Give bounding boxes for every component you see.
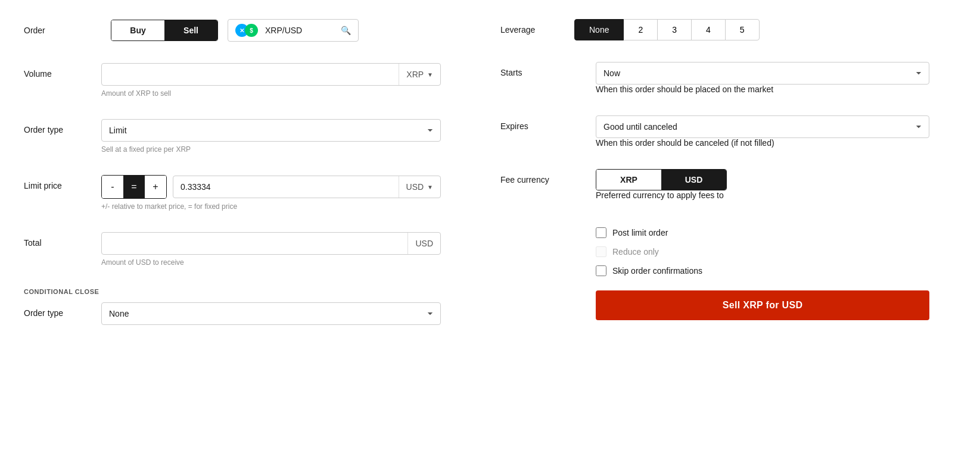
fee-xrp-button[interactable]: XRP: [596, 170, 661, 190]
limit-price-label: Limit price: [24, 175, 101, 190]
limit-price-input-group: - = + USD ▼: [101, 175, 441, 199]
pair-icon: ✕ $: [235, 24, 258, 37]
pair-selector[interactable]: ✕ $ XRP/USD 🔍: [228, 19, 359, 42]
order-type-control: Limit Market Stop Sell at a fixed price …: [101, 119, 441, 154]
volume-label: Volume: [24, 63, 101, 79]
total-label: Total: [24, 232, 101, 248]
conditional-order-type-select[interactable]: None Limit Market: [101, 302, 441, 325]
total-control: USD Amount of USD to receive: [101, 232, 441, 267]
order-type-select[interactable]: Limit Market Stop: [101, 119, 441, 142]
stepper-minus-button[interactable]: -: [102, 176, 123, 198]
volume-input-wrapper: XRP ▼: [101, 63, 441, 86]
stepper-plus-button[interactable]: +: [145, 176, 166, 198]
order-type-row: Order type Limit Market Stop Sell at a f…: [24, 119, 441, 154]
checkboxes-spacer: [500, 221, 596, 227]
total-input-wrapper: USD: [101, 232, 441, 255]
starts-hint: When this order should be placed on the …: [596, 85, 929, 94]
leverage-row: Leverage None 2 3 4 5: [500, 19, 760, 40]
post-limit-order-checkbox[interactable]: [596, 227, 606, 238]
leverage-3-button[interactable]: 3: [657, 19, 692, 40]
post-limit-order-item[interactable]: Post limit order: [596, 227, 929, 238]
leverage-5-button[interactable]: 5: [725, 19, 760, 40]
expires-select[interactable]: Good until canceled Good until date Imme…: [596, 115, 929, 138]
starts-row: Starts Now Scheduled When this order sho…: [500, 62, 929, 94]
fee-currency-control: XRP USD Preferred currency to apply fees…: [596, 169, 929, 200]
conditional-close-section: CONDITIONAL CLOSE: [24, 288, 441, 295]
fee-currency-row: Fee currency XRP USD Preferred currency …: [500, 169, 929, 200]
checkbox-group: Post limit order Reduce only Skip order …: [596, 227, 929, 276]
volume-chevron-icon: ▼: [427, 71, 433, 78]
expires-control: Good until canceled Good until date Imme…: [596, 115, 929, 148]
fee-currency-hint: Preferred currency to apply fees to: [596, 190, 929, 200]
volume-row: Volume XRP ▼ Amount of XRP to sell: [24, 63, 441, 98]
order-type-label: Order type: [24, 119, 101, 135]
sell-xrp-button[interactable]: Sell XRP for USD: [596, 290, 929, 320]
leverage-container: Leverage None 2 3 4 5: [500, 19, 929, 40]
buy-button[interactable]: Buy: [111, 20, 164, 40]
limit-price-chevron-icon: ▼: [427, 184, 433, 190]
checkboxes-control: Post limit order Reduce only Skip order …: [596, 221, 929, 320]
checkboxes-row: Post limit order Reduce only Skip order …: [500, 221, 929, 320]
total-row: Total USD Amount of USD to receive: [24, 232, 441, 267]
conditional-order-type-label: Order type: [24, 302, 101, 318]
leverage-2-button[interactable]: 2: [623, 19, 658, 40]
leverage-4-button[interactable]: 4: [691, 19, 726, 40]
stepper-equals-button[interactable]: =: [123, 176, 145, 198]
fee-usd-button[interactable]: USD: [661, 170, 726, 190]
skip-confirmations-item[interactable]: Skip order confirmations: [596, 265, 929, 276]
buy-sell-toggle[interactable]: Buy Sell: [111, 20, 218, 41]
volume-input[interactable]: [102, 64, 399, 85]
order-label: Order: [24, 26, 101, 35]
sell-button[interactable]: Sell: [164, 20, 217, 40]
limit-price-control: - = + USD ▼ +/- relative to market price…: [101, 175, 441, 211]
limit-price-hint: +/- relative to market price, = for fixe…: [101, 202, 441, 211]
reduce-only-checkbox: [596, 246, 606, 257]
conditional-order-type-control: None Limit Market: [101, 302, 441, 325]
limit-price-input-wrapper: USD ▼: [173, 176, 441, 198]
starts-label: Starts: [500, 62, 596, 77]
order-type-hint: Sell at a fixed price per XRP: [101, 145, 441, 154]
leverage-options: None 2 3 4 5: [574, 19, 760, 40]
reduce-only-label: Reduce only: [612, 247, 659, 257]
skip-confirmations-checkbox[interactable]: [596, 265, 606, 276]
skip-confirmations-label: Skip order confirmations: [612, 266, 702, 276]
post-limit-order-label: Post limit order: [612, 228, 668, 237]
pair-name: XRP/USD: [265, 26, 336, 35]
expires-row: Expires Good until canceled Good until d…: [500, 115, 929, 148]
conditional-close-label: CONDITIONAL CLOSE: [24, 288, 101, 295]
stepper: - = +: [101, 175, 167, 199]
total-hint: Amount of USD to receive: [101, 258, 441, 267]
limit-price-input[interactable]: [173, 176, 399, 198]
volume-hint: Amount of XRP to sell: [101, 89, 441, 98]
expires-label: Expires: [500, 115, 596, 131]
search-icon[interactable]: 🔍: [341, 26, 351, 35]
reduce-only-item: Reduce only: [596, 246, 929, 257]
fee-currency-toggle[interactable]: XRP USD: [596, 169, 727, 190]
volume-control: XRP ▼ Amount of XRP to sell: [101, 63, 441, 98]
expires-hint: When this order should be canceled (if n…: [596, 138, 929, 148]
conditional-order-type-row: Order type None Limit Market: [24, 302, 441, 325]
leverage-label: Leverage: [500, 25, 560, 35]
starts-select[interactable]: Now Scheduled: [596, 62, 929, 85]
limit-price-row: Limit price - = + USD ▼: [24, 175, 441, 211]
volume-currency[interactable]: XRP ▼: [399, 64, 440, 85]
total-currency: USD: [407, 233, 440, 254]
starts-control: Now Scheduled When this order should be …: [596, 62, 929, 94]
limit-price-currency[interactable]: USD ▼: [399, 176, 440, 198]
leverage-none-button[interactable]: None: [574, 19, 624, 40]
usd-icon: $: [245, 24, 258, 37]
fee-currency-label: Fee currency: [500, 169, 596, 184]
total-input[interactable]: [102, 233, 407, 254]
